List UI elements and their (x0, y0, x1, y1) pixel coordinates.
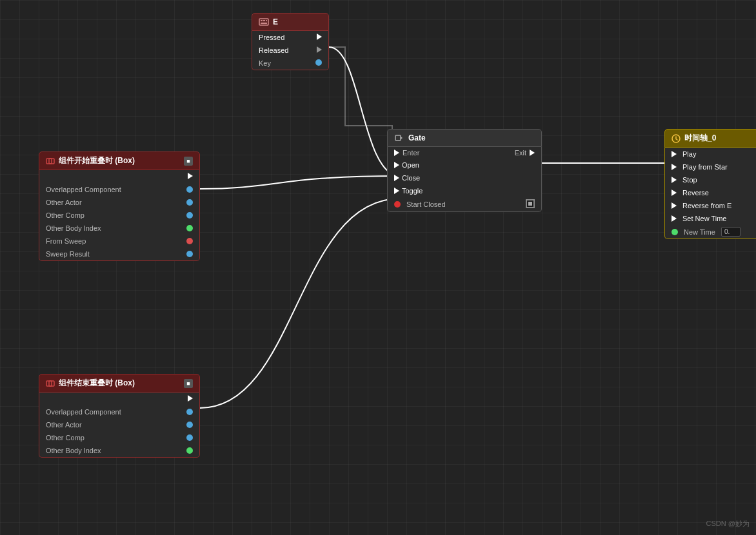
gate-enter-exit-row: Enter Exit (388, 147, 541, 159)
svg-rect-5 (395, 135, 401, 141)
timeline-set-new-time-label: Set New Time (682, 215, 726, 222)
keyboard-icon (259, 17, 269, 27)
overlap-begin-sweep-result-row: Sweep Result (39, 248, 199, 260)
gate-enter-in-pin (394, 150, 399, 156)
timeline-play-from-start-in-pin (671, 164, 677, 170)
overlap-begin-header: 组件开始重叠时 (Box) ■ (39, 151, 200, 170)
timeline-node: 时间轴_0 Play Play from Star Stop Reverse R… (664, 129, 756, 239)
timeline-reverse-row: Reverse (665, 186, 756, 199)
gate-exit-pin (530, 150, 535, 156)
overlap-begin-other-actor-row: Other Actor (39, 196, 199, 209)
e-key-node: E Pressed Released Key (252, 13, 329, 70)
overlap-end-overlapped-component-label: Overlapped Component (46, 408, 121, 416)
overlap-begin-overlapped-component-label: Overlapped Component (46, 186, 121, 193)
overlap-end-other-comp-pin (186, 434, 193, 441)
overlap-end-other-comp-row: Other Comp (39, 431, 199, 444)
e-key-header: E (252, 13, 329, 31)
svg-rect-3 (266, 20, 267, 21)
timeline-reverse-from-label: Reverse from E (682, 202, 731, 209)
overlap-begin-other-body-index-row: Other Body Index (39, 222, 199, 235)
overlap-begin-exec-out-pin (188, 173, 193, 179)
overlap-end-node: 组件结束重叠时 (Box) ■ Overlapped Component Oth… (39, 374, 200, 458)
timeline-reverse-from-in-pin (671, 202, 677, 209)
timeline-header: 时间轴_0 (664, 129, 756, 148)
overlap-begin-title: 组件开始重叠时 (Box) (59, 155, 135, 166)
svg-rect-0 (259, 19, 268, 25)
overlap-end-overlapped-component-row: Overlapped Component (39, 405, 199, 418)
gate-icon (394, 133, 404, 143)
e-key-label: Key (259, 59, 271, 67)
overlap-begin-sweep-result-label: Sweep Result (46, 250, 90, 258)
overlap-end-title: 组件结束重叠时 (Box) (59, 378, 135, 389)
e-pressed-row: Pressed (252, 31, 328, 44)
gate-node: Gate Enter Exit Open Close Toggle (387, 129, 542, 212)
overlap-begin-close-btn[interactable]: ■ (184, 157, 193, 166)
gate-title: Gate (408, 133, 426, 142)
timeline-reverse-in-pin (671, 190, 677, 196)
overlap-end-other-actor-label: Other Actor (46, 421, 82, 429)
e-key-body: Pressed Released Key (252, 31, 329, 70)
overlap-begin-overlapped-component-pin (186, 186, 193, 193)
gate-start-closed-pin (394, 201, 401, 208)
timeline-play-row: Play (665, 148, 756, 160)
gate-start-closed-checkbox[interactable] (526, 199, 535, 208)
svg-rect-4 (261, 23, 267, 24)
overlap-begin-other-comp-pin (186, 212, 193, 219)
overlap-begin-overlapped-component-row: Overlapped Component (39, 183, 199, 196)
overlap-end-body: Overlapped Component Other Actor Other C… (39, 393, 200, 458)
overlap-end-icon (46, 379, 55, 388)
gate-close-row: Close (388, 171, 541, 184)
gate-start-closed-row: Start Closed (388, 197, 541, 211)
overlap-begin-body: Overlapped Component Other Actor Other C… (39, 170, 200, 261)
gate-enter-label: Enter (403, 149, 419, 157)
timeline-new-time-row: New Time 0. (665, 225, 756, 238)
e-key-pin (315, 59, 322, 66)
timeline-play-in-pin (671, 151, 677, 157)
e-released-row: Released (252, 44, 328, 57)
gate-exit-label: Exit (515, 149, 526, 157)
gate-start-closed-label: Start Closed (406, 200, 446, 208)
timeline-reverse-from-row: Reverse from E (665, 199, 756, 212)
overlap-begin-other-body-index-label: Other Body Index (46, 224, 101, 232)
timeline-body: Play Play from Star Stop Reverse Reverse… (664, 148, 756, 239)
timeline-new-time-pin (671, 229, 678, 235)
overlap-end-exec-out-pin (188, 395, 193, 402)
overlap-begin-exec-row (39, 170, 199, 183)
gate-toggle-in-pin (394, 188, 399, 194)
timeline-new-time-label: New Time (684, 228, 715, 236)
overlap-begin-from-sweep-label: From Sweep (46, 237, 86, 245)
overlap-begin-other-actor-label: Other Actor (46, 199, 82, 206)
overlap-end-other-actor-row: Other Actor (39, 418, 199, 431)
timeline-set-new-time-in-pin (671, 215, 677, 222)
timeline-play-from-start-label: Play from Star (682, 163, 728, 171)
overlap-end-other-body-index-row: Other Body Index (39, 444, 199, 457)
timeline-title: 时间轴_0 (684, 133, 716, 144)
e-pressed-label: Pressed (259, 34, 284, 41)
overlap-end-other-body-index-pin (186, 447, 193, 454)
gate-close-in-pin (394, 175, 399, 181)
overlap-end-close-btn[interactable]: ■ (184, 379, 193, 388)
e-key-row: Key (252, 57, 328, 70)
overlap-begin-other-comp-row: Other Comp (39, 209, 199, 222)
gate-body: Enter Exit Open Close Toggle Start Close… (387, 147, 542, 212)
timeline-stop-in-pin (671, 177, 677, 183)
timeline-play-from-start-row: Play from Star (665, 160, 756, 173)
overlap-end-header: 组件结束重叠时 (Box) ■ (39, 374, 200, 393)
watermark: CSDN @妙为 (706, 519, 750, 529)
overlap-begin-icon (46, 157, 55, 166)
overlap-begin-other-actor-pin (186, 199, 193, 206)
e-released-pin (317, 46, 322, 53)
timeline-stop-label: Stop (682, 176, 697, 184)
overlap-begin-other-comp-label: Other Comp (46, 211, 85, 219)
timeline-play-label: Play (682, 150, 696, 158)
gate-header: Gate (387, 129, 542, 147)
timeline-new-time-input[interactable]: 0. (721, 227, 741, 237)
gate-close-label: Close (402, 174, 420, 182)
overlap-end-other-actor-pin (186, 422, 193, 428)
timeline-reverse-label: Reverse (682, 189, 709, 197)
e-pressed-pin (317, 34, 322, 40)
e-released-label: Released (259, 46, 288, 54)
overlap-end-other-body-index-label: Other Body Index (46, 447, 101, 454)
clock-icon (671, 134, 681, 143)
overlap-begin-node: 组件开始重叠时 (Box) ■ Overlapped Component Oth… (39, 151, 200, 261)
